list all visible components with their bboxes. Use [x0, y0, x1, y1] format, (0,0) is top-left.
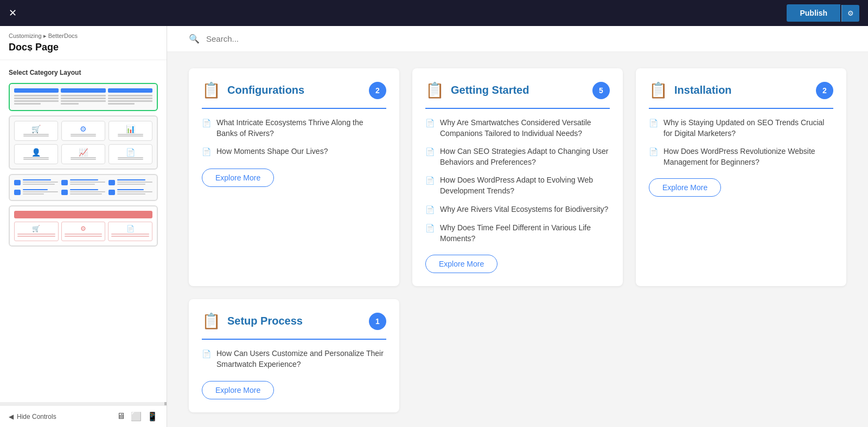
search-bar: 🔍 [167, 26, 868, 52]
cat-header: 📋 Configurations 2 [202, 81, 386, 99]
explore-more-button[interactable]: Explore More [202, 381, 274, 399]
layout-options: 🛒 ⚙ 📊 [9, 83, 158, 247]
cat-divider [649, 108, 833, 109]
hide-controls-button[interactable]: ◀ Hide Controls [9, 413, 56, 420]
cat-icon: 📋 [649, 81, 668, 99]
categories-grid: 📋 Configurations 2 📄 What Intricate Ecos… [167, 52, 868, 427]
cat-item: 📄 How Moments Shape Our Lives? [202, 146, 386, 158]
cat-divider [202, 339, 386, 340]
doc-icon: 📄 [425, 223, 435, 234]
explore-more-button[interactable]: Explore More [202, 169, 274, 187]
cat-header: 📋 Installation 2 [649, 81, 833, 99]
layout-card-4[interactable]: 🛒 ⚙ 📄 [9, 205, 158, 247]
layout-card-3[interactable] [9, 174, 158, 201]
cat-icon: 📋 [202, 81, 221, 99]
cat-items: 📄 How Can Users Customize and Personaliz… [202, 348, 386, 370]
content-area: 🔍 📋 Configurations 2 📄 What Intricate Ec… [167, 26, 868, 427]
layout-preview-2: 🛒 ⚙ 📊 [14, 121, 152, 164]
cat-count: 1 [369, 313, 386, 330]
cat-count: 2 [816, 82, 833, 99]
cat-divider [425, 108, 610, 109]
cat-item: 📄 How Does WordPress Adapt to Evolving W… [425, 175, 610, 196]
cat-item: 📄 How Does WordPress Revolutionize Websi… [649, 146, 833, 167]
publish-group: Publish ⚙ [787, 4, 859, 22]
breadcrumb: Customizing ▸ BetterDocs [9, 33, 158, 40]
sidebar-content: Select Category Layout [0, 60, 167, 402]
tablet-icon[interactable]: ⬜ [131, 411, 142, 422]
explore-more-button[interactable]: Explore More [649, 178, 721, 197]
main-layout: ‹ Customizing ▸ BetterDocs Docs Page Sel… [0, 26, 868, 427]
publish-button[interactable]: Publish [787, 4, 840, 22]
cat-item-text: Why Does Time Feel Different in Various … [440, 223, 610, 244]
close-button[interactable]: ✕ [9, 7, 17, 19]
cat-item-text: How Does WordPress Revolutionize Website… [663, 146, 833, 167]
category-card-installation: 📋 Installation 2 📄 Why is Staying Update… [636, 68, 846, 286]
cat-item: 📄 What Intricate Ecosystems Thrive Along… [202, 118, 386, 139]
doc-icon: 📄 [425, 118, 435, 129]
cat-title: Getting Started [451, 84, 586, 96]
hide-controls-label: Hide Controls [17, 413, 56, 420]
cat-item: 📄 Why Are Rivers Vital Ecosystems for Bi… [425, 204, 610, 216]
doc-icon: 📄 [202, 118, 211, 129]
cat-item-text: Why is Staying Updated on SEO Trends Cru… [663, 118, 833, 139]
layout-card-2[interactable]: 🛒 ⚙ 📊 [9, 115, 158, 170]
cat-item-text: Why Are Smartwatches Considered Versatil… [440, 118, 610, 139]
mobile-icon[interactable]: 📱 [147, 411, 158, 422]
cat-icon: 📋 [425, 81, 444, 99]
doc-icon: 📄 [649, 147, 658, 158]
publish-settings-button[interactable]: ⚙ [841, 5, 859, 22]
cat-header: 📋 Getting Started 5 [425, 81, 610, 99]
hide-controls-icon: ◀ [9, 413, 14, 420]
cat-title: Setup Process [227, 315, 362, 327]
sidebar-back-button[interactable]: ‹ [28, 44, 31, 54]
doc-icon: 📄 [649, 118, 658, 129]
cat-items: 📄 Why Are Smartwatches Considered Versat… [425, 118, 610, 244]
layout-preview-1 [14, 88, 152, 106]
cat-item-text: Why Are Rivers Vital Ecosystems for Biod… [440, 204, 608, 215]
explore-more-button[interactable]: Explore More [425, 255, 497, 273]
cat-count: 2 [369, 82, 386, 99]
sidebar-footer: ◀ Hide Controls 🖥 ⬜ 📱 [0, 405, 167, 427]
cat-title: Installation [674, 84, 809, 96]
cat-item-text: How Moments Shape Our Lives? [216, 146, 328, 157]
search-input[interactable] [206, 34, 846, 43]
category-card-configurations: 📋 Configurations 2 📄 What Intricate Ecos… [189, 68, 399, 286]
search-icon: 🔍 [189, 34, 200, 44]
cat-item: 📄 How Can Users Customize and Personaliz… [202, 348, 386, 370]
cat-item: 📄 Why is Staying Updated on SEO Trends C… [649, 118, 833, 139]
cat-item: 📄 Why Are Smartwatches Considered Versat… [425, 118, 610, 139]
doc-icon: 📄 [425, 147, 435, 158]
layout-preview-3 [14, 179, 152, 196]
doc-icon: 📄 [425, 176, 435, 186]
cat-icon: 📋 [202, 312, 221, 330]
layout-section-label: Select Category Layout [9, 69, 158, 76]
doc-icon: 📄 [425, 205, 435, 216]
top-bar: ✕ Publish ⚙ [0, 0, 868, 26]
cat-header: 📋 Setup Process 1 [202, 312, 386, 330]
category-card-setup-process: 📋 Setup Process 1 📄 How Can Users Custom… [189, 299, 399, 412]
doc-icon: 📄 [202, 147, 211, 158]
cat-divider [202, 108, 386, 109]
layout-card-1[interactable] [9, 83, 158, 111]
cat-item-text: How Can SEO Strategies Adapt to Changing… [440, 146, 610, 167]
sidebar: ‹ Customizing ▸ BetterDocs Docs Page Sel… [0, 26, 167, 427]
cat-title: Configurations [227, 84, 362, 96]
doc-icon: 📄 [202, 349, 211, 360]
cat-items: 📄 Why is Staying Updated on SEO Trends C… [649, 118, 833, 167]
desktop-icon[interactable]: 🖥 [117, 411, 125, 422]
cat-item: 📄 How Can SEO Strategies Adapt to Changi… [425, 146, 610, 167]
cat-item-text: How Does WordPress Adapt to Evolving Web… [440, 175, 610, 196]
device-icons: 🖥 ⬜ 📱 [117, 411, 158, 422]
cat-item-text: What Intricate Ecosystems Thrive Along t… [216, 118, 386, 139]
sidebar-header: ‹ Customizing ▸ BetterDocs Docs Page [0, 26, 167, 60]
cat-items: 📄 What Intricate Ecosystems Thrive Along… [202, 118, 386, 158]
cat-item: 📄 Why Does Time Feel Different in Variou… [425, 223, 610, 244]
cat-item-text: How Can Users Customize and Personalize … [216, 348, 386, 370]
cat-count: 5 [592, 82, 610, 99]
category-card-getting-started: 📋 Getting Started 5 📄 Why Are Smartwatch… [412, 68, 623, 286]
